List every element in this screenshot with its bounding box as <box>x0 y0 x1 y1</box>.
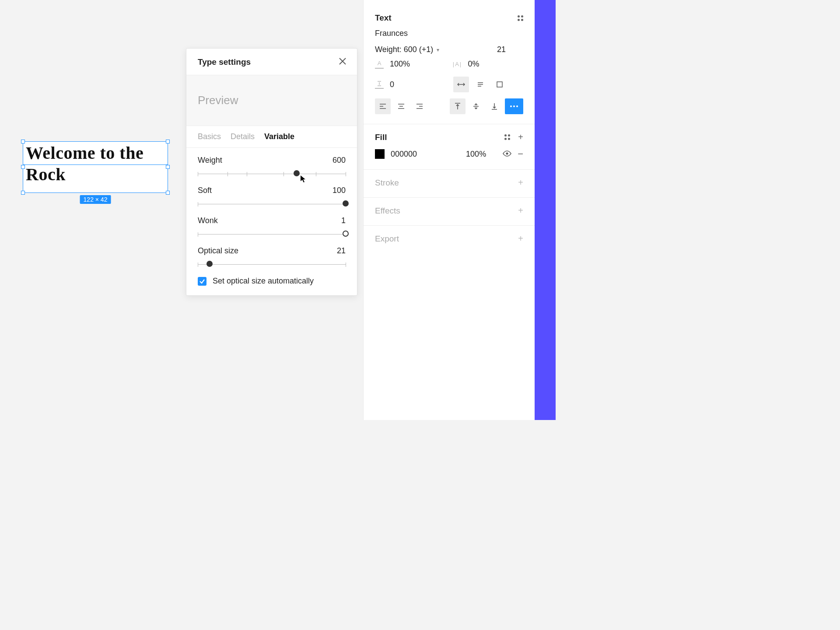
align-bottom-button[interactable] <box>486 98 502 114</box>
slider-weight-track[interactable] <box>198 172 346 176</box>
align-right-button[interactable] <box>412 98 427 114</box>
baseline-guide <box>23 164 168 165</box>
type-settings-panel: Type settings Preview Basics Details Var… <box>186 48 357 296</box>
slider-wonk: Wonk 1 <box>198 216 346 237</box>
tab-variable[interactable]: Variable <box>264 132 294 141</box>
fill-styles-icon[interactable] <box>504 134 510 140</box>
font-weight-select[interactable]: Weight: 600 (+1) ▾ <box>375 45 439 54</box>
type-settings-button[interactable] <box>505 98 523 114</box>
slider-optical-thumb[interactable] <box>206 261 213 267</box>
resize-handle-ml[interactable] <box>21 165 25 169</box>
slider-optical-label: Optical size <box>198 246 238 256</box>
add-export-button[interactable]: + <box>518 234 523 244</box>
resize-handle-bl[interactable] <box>21 191 25 195</box>
properties-sidebar: Text Fraunces Weight: 600 (+1) ▾ 21 A 10… <box>363 0 535 420</box>
align-center-button[interactable] <box>393 98 409 114</box>
svg-point-3 <box>516 105 518 107</box>
align-left-button[interactable] <box>375 98 391 114</box>
preview-area: Preview <box>186 75 357 126</box>
letter-spacing-icon: |A| <box>453 60 462 69</box>
selected-text-frame[interactable]: Welcome to the Rock 122 × 42 <box>23 141 168 193</box>
fixed-size-button[interactable] <box>492 77 508 92</box>
fill-section-title: Fill <box>375 133 387 142</box>
add-fill-button[interactable]: + <box>518 132 523 142</box>
auto-height-button[interactable] <box>472 77 488 92</box>
resize-handle-tr[interactable] <box>166 140 170 144</box>
line-height-value: 100% <box>390 60 410 69</box>
paragraph-spacing-value: 0 <box>390 80 394 89</box>
svg-rect-0 <box>497 82 502 87</box>
slider-wonk-thumb[interactable] <box>343 231 349 237</box>
effects-section: Effects + <box>364 198 535 226</box>
slider-soft-thumb[interactable] <box>343 200 349 206</box>
resize-handle-tl[interactable] <box>21 140 25 144</box>
add-stroke-button[interactable]: + <box>518 178 523 188</box>
remove-fill-button[interactable]: − <box>518 148 523 160</box>
paragraph-spacing-icon <box>375 80 384 89</box>
panel-title: Type settings <box>198 57 251 67</box>
resize-handle-mr[interactable] <box>166 165 170 169</box>
font-family[interactable]: Fraunces <box>375 29 523 38</box>
dimension-badge: 122 × 42 <box>80 195 111 204</box>
export-section-title: Export <box>375 234 399 244</box>
slider-optical-track[interactable] <box>198 262 346 267</box>
slider-soft: Soft 100 <box>198 186 346 206</box>
slider-weight: Weight 600 <box>198 156 346 176</box>
svg-point-4 <box>506 152 508 154</box>
optical-auto-label: Set optical size automatically <box>213 276 314 286</box>
font-weight-label: Weight: 600 (+1) <box>375 45 433 54</box>
text-section: Text Fraunces Weight: 600 (+1) ▾ 21 A 10… <box>364 0 535 124</box>
fill-opacity[interactable]: 100% <box>466 150 486 159</box>
tab-basics[interactable]: Basics <box>198 132 221 141</box>
align-middle-button[interactable] <box>468 98 484 114</box>
slider-optical: Optical size 21 <box>198 246 346 267</box>
text-content[interactable]: Welcome to the Rock <box>23 142 168 186</box>
align-top-button[interactable] <box>450 98 466 114</box>
auto-width-button[interactable] <box>453 77 469 92</box>
optical-auto-checkbox[interactable] <box>198 277 206 286</box>
fill-swatch[interactable] <box>375 149 385 159</box>
letter-spacing-field[interactable]: |A| 0% <box>453 60 524 69</box>
visibility-toggle-icon[interactable] <box>503 150 511 159</box>
tab-details[interactable]: Details <box>231 132 255 141</box>
line-height-icon: A <box>375 60 384 69</box>
chevron-down-icon: ▾ <box>437 47 439 53</box>
stroke-section-title: Stroke <box>375 178 399 188</box>
fill-row[interactable]: 000000 100% − <box>375 148 523 160</box>
font-size-value[interactable]: 21 <box>497 45 523 54</box>
close-button[interactable] <box>337 56 348 69</box>
cursor-icon <box>300 175 306 183</box>
slider-wonk-label: Wonk <box>198 216 218 225</box>
slider-soft-label: Soft <box>198 186 212 195</box>
slider-wonk-value: 1 <box>341 216 346 225</box>
right-edge-strip <box>535 0 556 420</box>
slider-weight-value: 600 <box>332 156 346 165</box>
svg-point-2 <box>513 105 515 107</box>
resize-handle-br[interactable] <box>166 191 170 195</box>
preview-label: Preview <box>198 94 346 107</box>
text-section-title: Text <box>375 13 392 23</box>
slider-wonk-track[interactable] <box>198 232 346 237</box>
style-picker-icon[interactable] <box>518 15 523 21</box>
svg-point-1 <box>510 105 512 107</box>
effects-section-title: Effects <box>375 206 400 216</box>
slider-soft-value: 100 <box>332 186 346 195</box>
fill-hex[interactable]: 000000 <box>391 150 417 159</box>
fill-section: Fill + 000000 100% − <box>364 124 535 170</box>
export-section: Export + <box>364 226 535 253</box>
stroke-section: Stroke + <box>364 170 535 198</box>
letter-spacing-value: 0% <box>468 60 480 69</box>
line-height-field[interactable]: A 100% <box>375 60 445 69</box>
slider-weight-thumb[interactable] <box>294 170 300 176</box>
slider-soft-track[interactable] <box>198 202 346 206</box>
add-effect-button[interactable]: + <box>518 206 523 216</box>
paragraph-spacing-field[interactable]: 0 <box>375 77 445 92</box>
optical-auto-row[interactable]: Set optical size automatically <box>198 276 346 286</box>
tabs: Basics Details Variable <box>186 126 357 148</box>
slider-weight-label: Weight <box>198 156 222 165</box>
slider-optical-value: 21 <box>337 246 346 256</box>
